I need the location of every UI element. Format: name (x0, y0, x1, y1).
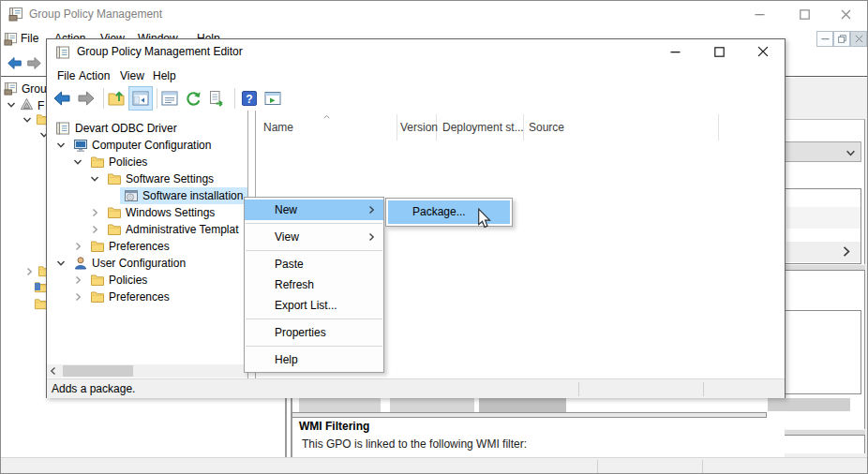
background-expander-closed-icon[interactable] (24, 267, 34, 276)
show-hide-action-pane-icon[interactable] (160, 89, 179, 108)
main-back-icon[interactable] (7, 55, 22, 71)
gpme-menu-file[interactable]: File (57, 66, 75, 86)
menu-item-refresh[interactable]: Refresh (245, 274, 383, 295)
folder-icon (107, 222, 122, 237)
statusbar-divider (703, 382, 704, 396)
pane-splitter[interactable] (291, 398, 292, 457)
folder-icon (107, 171, 122, 186)
main-titlebar[interactable]: Group Policy Management (1, 1, 868, 27)
background-button[interactable] (768, 398, 850, 411)
tree-hscrollbar[interactable] (47, 364, 247, 378)
scroll-left-icon[interactable] (49, 366, 58, 376)
column-header-version[interactable]: Version (400, 120, 438, 135)
folder-icon (107, 205, 122, 220)
computer-icon (73, 138, 88, 153)
submenu-arrow-icon (367, 232, 376, 242)
column-header-name[interactable]: Name (263, 120, 293, 135)
gpme-menu-view[interactable]: View (120, 66, 144, 86)
up-one-level-icon[interactable] (107, 89, 126, 108)
main-close-button[interactable] (824, 1, 867, 27)
background-button[interactable] (390, 398, 474, 412)
column-header-source[interactable]: Source (529, 120, 564, 135)
pane-splitter[interactable] (285, 398, 287, 457)
menu-item-new[interactable]: New (245, 200, 383, 220)
expander-closed-icon[interactable] (73, 242, 82, 251)
background-tree-forest-label[interactable]: F (37, 99, 44, 112)
tree-item-computer-configuration[interactable]: Computer Configuration (47, 137, 248, 154)
background-expander-open-icon[interactable] (7, 100, 16, 110)
background-tree-root-label[interactable]: Grou (22, 82, 47, 96)
tree-item-devart-odbc-driver[interactable]: Devart ODBC Driver (47, 120, 248, 137)
status-text: Adds a package. (52, 379, 135, 398)
show-in-new-window-icon[interactable] (263, 89, 282, 108)
menu-item-package[interactable]: Package... (388, 200, 510, 224)
help-icon[interactable] (240, 89, 259, 108)
console-tree-pane: Devart ODBC Driver Computer Configuratio… (47, 111, 248, 378)
gpme-window-icon (55, 45, 70, 60)
expander-closed-icon[interactable] (73, 275, 82, 285)
statusbar-divider (702, 460, 703, 473)
column-divider[interactable] (718, 114, 719, 141)
main-maximize-button[interactable] (783, 1, 826, 27)
tree-item-policies[interactable]: Policies (47, 154, 248, 170)
wmi-filtering-heading: WMI Filtering (299, 420, 369, 433)
menu-item-view[interactable]: View (245, 227, 383, 247)
gpme-statusbar: Adds a package. (47, 378, 785, 398)
expander-closed-icon[interactable] (90, 208, 99, 217)
tree-item-software-settings[interactable]: Software Settings (47, 170, 248, 187)
scrollbar-thumb[interactable] (63, 365, 133, 377)
expander-open-icon[interactable] (56, 141, 66, 150)
context-submenu: Package... (385, 198, 513, 227)
gpme-menu-action[interactable]: Action (79, 66, 110, 86)
expander-closed-icon[interactable] (73, 292, 82, 302)
tree-item-policies-user[interactable]: Policies (47, 272, 248, 289)
context-menu: New View Paste Refresh Export List... Pr… (244, 197, 384, 373)
folder-icon (90, 273, 105, 288)
menu-item-paste[interactable]: Paste (245, 254, 383, 274)
security-filtering-list[interactable] (785, 310, 861, 394)
gpme-minimize-button[interactable] (653, 39, 696, 64)
tree-item-user-configuration[interactable]: User Configuration (47, 255, 248, 272)
tree-item-preferences[interactable]: Preferences (47, 238, 248, 255)
background-expander-open-icon[interactable] (22, 115, 32, 125)
menu-item-export-list[interactable]: Export List... (245, 295, 383, 316)
mdi-restore-button[interactable] (833, 31, 850, 47)
background-button[interactable] (479, 398, 566, 412)
toolbar-separator (157, 88, 157, 109)
expander-open-icon[interactable] (90, 174, 99, 184)
main-statusbar (1, 457, 868, 474)
display-links-dropdown[interactable] (785, 141, 861, 162)
tree-item-preferences-user[interactable]: Preferences (47, 289, 248, 305)
section-divider (785, 264, 865, 271)
forward-icon[interactable] (77, 89, 96, 108)
main-minimize-button[interactable] (738, 1, 781, 27)
gpme-maximize-button[interactable] (697, 39, 741, 64)
tree-item-windows-settings[interactable]: Windows Settings (47, 204, 248, 221)
gpo-scroll-icon (55, 121, 70, 136)
main-menu-file[interactable]: File (21, 31, 38, 46)
mdi-close-button[interactable] (850, 31, 867, 47)
expander-open-icon[interactable] (73, 157, 82, 167)
tree-item-software-installation[interactable]: Software installation (47, 187, 248, 204)
user-icon (73, 256, 88, 271)
sort-ascending-icon (322, 113, 331, 121)
menu-separator (246, 250, 382, 251)
tree-item-administrative-templates[interactable]: Administrative Templat (47, 221, 248, 238)
background-tree-gpm-icon (4, 81, 18, 96)
show-hide-console-tree-icon[interactable] (131, 89, 150, 108)
gpme-menu-help[interactable]: Help (153, 66, 176, 86)
background-button[interactable] (299, 398, 381, 412)
menu-item-properties[interactable]: Properties (245, 322, 383, 343)
menu-item-help[interactable]: Help (245, 349, 383, 370)
export-list-icon[interactable] (207, 89, 226, 108)
main-forward-icon[interactable] (26, 55, 42, 71)
expander-open-icon[interactable] (56, 259, 66, 268)
back-icon[interactable] (52, 89, 71, 108)
column-header-deployment-state[interactable]: Deployment st... (442, 120, 524, 135)
mdi-minimize-button[interactable] (816, 31, 833, 47)
gpme-close-button[interactable] (741, 39, 785, 64)
links-list[interactable] (785, 188, 861, 264)
refresh-icon[interactable] (184, 89, 202, 108)
expander-closed-icon[interactable] (90, 225, 99, 234)
column-divider[interactable] (397, 114, 397, 141)
